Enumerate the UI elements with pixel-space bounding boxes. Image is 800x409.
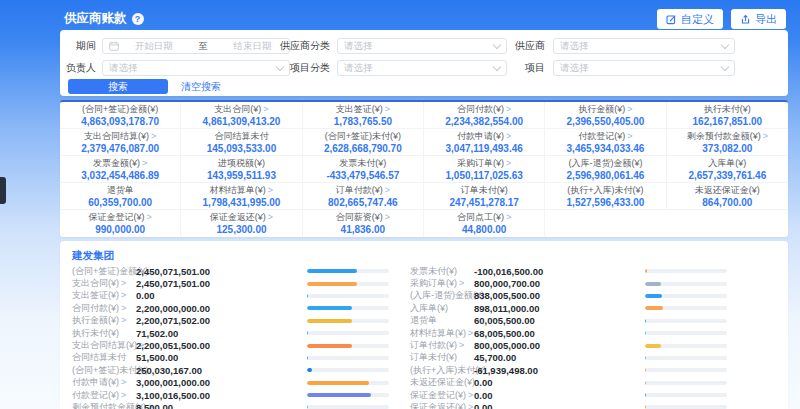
stat-value[interactable]: 145,093,533.00 <box>181 142 301 155</box>
drilldown-arrow-icon[interactable]: > <box>459 340 464 350</box>
search-button[interactable]: 搜索 <box>68 79 168 94</box>
stat-value[interactable]: 2,379,476,087.00 <box>60 142 180 155</box>
drilldown-arrow-icon[interactable]: > <box>263 104 268 114</box>
stat-value[interactable]: 2,596,980,061.46 <box>545 169 665 182</box>
stat-value[interactable]: 1,783,765.50 <box>303 115 423 128</box>
drilldown-arrow-icon[interactable]: > <box>506 212 511 222</box>
drilldown-arrow-icon[interactable]: > <box>385 185 390 195</box>
supplier-select[interactable]: 请选择 <box>553 38 735 54</box>
chevron-down-icon <box>721 62 729 70</box>
drilldown-arrow-icon[interactable]: > <box>121 303 126 313</box>
drilldown-arrow-icon[interactable]: > <box>385 104 390 114</box>
stat-value[interactable]: 3,047,119,493.46 <box>424 142 544 155</box>
drilldown-arrow-icon[interactable]: > <box>121 278 126 288</box>
drilldown-arrow-icon[interactable]: > <box>763 131 768 141</box>
metric-row: 保证金返还(¥)> 0.00 <box>410 401 776 409</box>
drilldown-arrow-icon[interactable]: > <box>627 131 632 141</box>
project-category-select[interactable]: 请选择 <box>337 60 507 76</box>
metric-value: 2,200,000,000.00 <box>136 303 210 314</box>
stat-label: (执行+入库)未付(¥) <box>545 185 665 196</box>
stat-value[interactable]: 44,800.00 <box>424 223 544 236</box>
stat-value[interactable]: 990,000.00 <box>60 223 180 236</box>
stat-value[interactable]: 1,050,117,025.63 <box>424 169 544 182</box>
drilldown-arrow-icon[interactable]: > <box>385 212 390 222</box>
drilldown-arrow-icon[interactable]: > <box>121 315 126 325</box>
stat-label: 入库单(¥) <box>667 158 788 169</box>
drilldown-arrow-icon[interactable]: > <box>459 278 464 288</box>
drilldown-arrow-icon[interactable]: > <box>627 104 632 114</box>
metric-row: (入库-退货)金额(¥) 838,005,500.00 <box>410 290 776 302</box>
export-icon <box>740 14 751 25</box>
stat-value[interactable]: 864,700.00 <box>667 196 788 209</box>
stat-value[interactable]: 4,861,309,413.20 <box>181 115 301 128</box>
stat-cell: 保证金返还(¥)> 125,300.00 <box>181 210 302 237</box>
metric-value: 51,500.00 <box>136 352 178 363</box>
drilldown-arrow-icon[interactable]: > <box>506 104 511 114</box>
metric-label: 合同付款(¥)> <box>72 302 126 315</box>
stat-value[interactable]: 802,665,747.46 <box>303 196 423 209</box>
clear-search-link[interactable]: 清空搜索 <box>181 79 221 94</box>
metric-bar <box>307 306 389 310</box>
period-label: 期间 <box>60 38 96 54</box>
drilldown-arrow-icon[interactable]: > <box>121 290 126 300</box>
stat-value[interactable]: 373,082.00 <box>667 142 788 155</box>
metric-row: 保证金登记(¥)> 0.00 <box>410 389 776 401</box>
drilldown-arrow-icon[interactable]: > <box>506 158 511 168</box>
stat-value[interactable]: 125,300.00 <box>181 223 301 236</box>
drilldown-arrow-icon[interactable]: > <box>268 185 273 195</box>
drilldown-arrow-icon[interactable]: > <box>142 158 147 168</box>
drilldown-arrow-icon[interactable]: > <box>468 390 473 400</box>
edit-icon <box>666 14 677 25</box>
stat-value[interactable]: -433,479,546.57 <box>303 169 423 182</box>
stat-value[interactable]: 60,359,700.00 <box>60 196 180 209</box>
drilldown-arrow-icon[interactable]: > <box>468 328 473 338</box>
stat-label: 执行金额(¥)> <box>545 104 665 115</box>
stat-value[interactable]: 2,234,382,554.00 <box>424 115 544 128</box>
period-range-input[interactable]: 开始日期 至 结束日期 <box>102 38 290 54</box>
stat-value[interactable]: 162,167,851.00 <box>667 115 788 128</box>
supplier-category-label: 供应商分类 <box>266 38 330 54</box>
metric-row: 订单未付(¥) 45,700.00 <box>410 352 776 364</box>
owner-select[interactable]: 请选择 <box>102 60 290 76</box>
toolbar: 自定义 导出 <box>657 9 786 29</box>
drilldown-arrow-icon[interactable]: > <box>147 212 152 222</box>
stat-label: 执行未付(¥) <box>667 104 788 115</box>
stat-value[interactable]: 2,628,668,790.70 <box>303 142 423 155</box>
drilldown-arrow-icon[interactable]: > <box>151 131 156 141</box>
drilldown-arrow-icon[interactable]: > <box>468 402 473 409</box>
drilldown-arrow-icon[interactable]: > <box>121 390 126 400</box>
stat-value[interactable]: 41,836.00 <box>303 223 423 236</box>
help-icon[interactable]: ? <box>132 13 144 25</box>
stat-value[interactable]: 4,863,093,178.70 <box>60 115 180 128</box>
period-start-placeholder: 开始日期 <box>123 40 184 53</box>
stat-value[interactable]: 1,527,596,433.00 <box>545 196 665 209</box>
metric-bar-fill <box>645 344 661 348</box>
metric-row: 付款登记(¥)> 3,100,016,500.00 <box>72 389 410 401</box>
metric-label: 执行未付(¥) <box>72 327 119 340</box>
drilldown-arrow-icon[interactable]: > <box>121 377 126 387</box>
drilldown-arrow-icon[interactable]: > <box>268 212 273 222</box>
metric-value: 838,005,500.00 <box>474 290 540 301</box>
group-name-link[interactable]: 建发集团 <box>72 249 114 262</box>
stats-panel: (合同+签证)金额(¥) 4,863,093,178.70 支出合同(¥)> 4… <box>60 100 788 237</box>
supplier-category-select[interactable]: 请选择 <box>337 38 507 54</box>
metric-label: 支出签证(¥)> <box>72 289 126 302</box>
stat-value[interactable]: 2,396,550,405.00 <box>545 115 665 128</box>
stat-value[interactable]: 3,465,934,033.46 <box>545 142 665 155</box>
drilldown-arrow-icon[interactable]: > <box>506 131 511 141</box>
metric-bar-fill <box>307 331 308 335</box>
metric-bar <box>645 306 727 310</box>
metric-label: 订单付款(¥)> <box>410 339 464 352</box>
stat-value[interactable]: 1,798,431,995.00 <box>181 196 301 209</box>
metric-row: 材料结算单(¥)> 68,005,500.00 <box>410 327 776 339</box>
stat-value[interactable]: 3,032,454,486.89 <box>60 169 180 182</box>
stat-label: 付款登记(¥)> <box>545 131 665 142</box>
stat-value[interactable]: 143,959,511.93 <box>181 169 301 182</box>
export-button[interactable]: 导出 <box>731 9 786 29</box>
sidebar-collapse-handle[interactable] <box>0 177 6 204</box>
stat-value[interactable]: 2,657,339,761.46 <box>667 169 788 182</box>
project-select[interactable]: 请选择 <box>553 60 735 76</box>
customize-button[interactable]: 自定义 <box>657 9 723 29</box>
stat-value[interactable]: 247,451,278.17 <box>424 196 544 209</box>
metric-value: 898,011,000.00 <box>474 303 540 314</box>
